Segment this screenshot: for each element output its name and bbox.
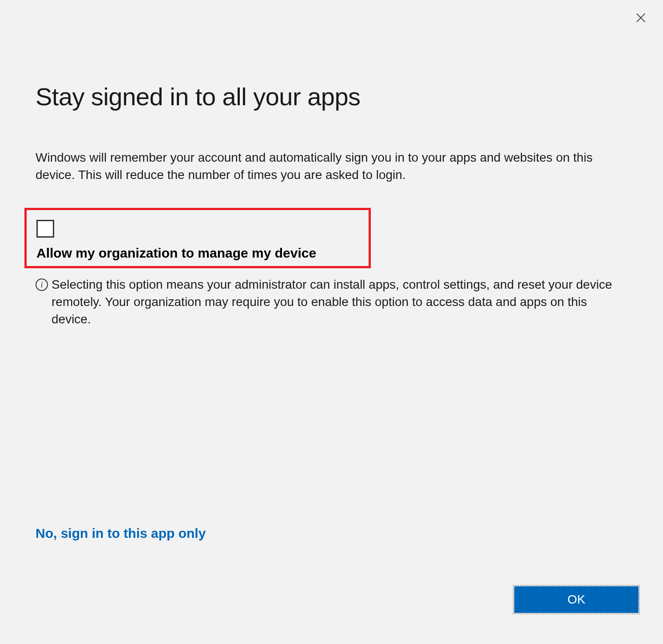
org-manage-checkbox[interactable] (36, 220, 54, 238)
highlighted-option: Allow my organization to manage my devic… (24, 208, 371, 268)
ok-button[interactable]: OK (514, 586, 639, 613)
dialog-title: Stay signed in to all your apps (36, 82, 627, 111)
dialog-content: Stay signed in to all your apps Windows … (0, 0, 663, 328)
signin-dialog: Stay signed in to all your apps Windows … (0, 0, 663, 644)
sign-in-app-only-link[interactable]: No, sign in to this app only (36, 526, 206, 541)
info-row: i Selecting this option means your admin… (36, 276, 627, 328)
info-text: Selecting this option means your adminis… (52, 276, 627, 328)
close-button[interactable] (632, 9, 650, 27)
checkbox-group: Allow my organization to manage my devic… (36, 220, 359, 261)
org-manage-checkbox-label: Allow my organization to manage my devic… (36, 246, 359, 261)
info-icon: i (36, 278, 48, 291)
dialog-description: Windows will remember your account and a… (36, 149, 627, 183)
close-icon (635, 12, 647, 24)
